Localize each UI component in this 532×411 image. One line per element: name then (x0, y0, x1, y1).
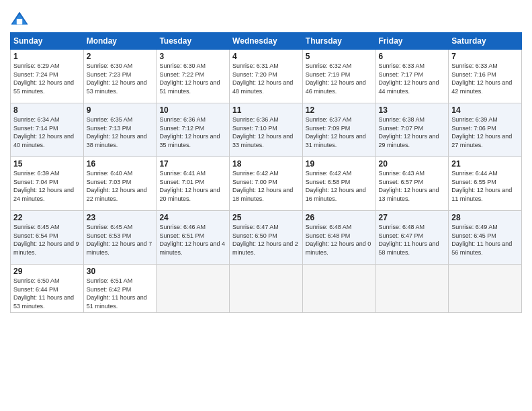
calendar-cell: 8 Sunrise: 6:34 AMSunset: 7:14 PMDayligh… (11, 103, 84, 157)
day-info: Sunrise: 6:32 AMSunset: 7:19 PMDaylight:… (306, 62, 366, 95)
day-info: Sunrise: 6:41 AMSunset: 7:01 PMDaylight:… (159, 170, 220, 202)
day-info: Sunrise: 6:33 AMSunset: 7:17 PMDaylight:… (379, 62, 439, 95)
calendar-cell: 16 Sunrise: 6:40 AMSunset: 7:03 PMDaylig… (83, 157, 157, 211)
day-number: 29 (13, 267, 81, 276)
calendar-cell: 12 Sunrise: 6:37 AMSunset: 7:09 PMDaylig… (302, 103, 375, 157)
day-number: 28 (451, 213, 519, 222)
day-number: 5 (306, 52, 373, 61)
day-number: 1 (13, 52, 81, 61)
calendar-header-wednesday: Wednesday (230, 33, 303, 50)
calendar-header-sunday: Sunday (11, 33, 84, 50)
day-number: 9 (87, 105, 154, 115)
day-number: 23 (87, 213, 154, 222)
day-number: 4 (232, 52, 300, 61)
calendar-cell: 29 Sunrise: 6:50 AMSunset: 6:44 PMDaylig… (11, 265, 84, 313)
calendar-week-row: 1 Sunrise: 6:29 AMSunset: 7:24 PMDayligh… (11, 50, 522, 103)
calendar-cell: 7 Sunrise: 6:33 AMSunset: 7:16 PMDayligh… (449, 50, 522, 103)
calendar-cell: 14 Sunrise: 6:39 AMSunset: 7:06 PMDaylig… (449, 103, 522, 157)
calendar-cell: 28 Sunrise: 6:49 AMSunset: 6:45 PMDaylig… (449, 211, 522, 265)
calendar-cell (302, 265, 375, 313)
calendar-header-saturday: Saturday (449, 33, 522, 50)
day-info: Sunrise: 6:42 AMSunset: 6:58 PMDaylight:… (306, 170, 366, 202)
calendar-cell: 11 Sunrise: 6:36 AMSunset: 7:10 PMDaylig… (230, 103, 303, 157)
day-info: Sunrise: 6:47 AMSunset: 6:50 PMDaylight:… (232, 224, 298, 256)
calendar-cell: 30 Sunrise: 6:51 AMSunset: 6:42 PMDaylig… (83, 265, 157, 313)
day-info: Sunrise: 6:36 AMSunset: 7:12 PMDaylight:… (159, 116, 220, 148)
day-info: Sunrise: 6:31 AMSunset: 7:20 PMDaylight:… (232, 62, 293, 95)
day-info: Sunrise: 6:30 AMSunset: 7:23 PMDaylight:… (87, 62, 147, 95)
day-info: Sunrise: 6:45 AMSunset: 6:54 PMDaylight:… (13, 224, 79, 256)
day-number: 21 (451, 159, 519, 169)
day-info: Sunrise: 6:39 AMSunset: 7:04 PMDaylight:… (13, 170, 74, 202)
day-number: 25 (232, 213, 300, 222)
calendar-cell (230, 265, 303, 313)
calendar-cell: 27 Sunrise: 6:48 AMSunset: 6:47 PMDaylig… (375, 211, 449, 265)
calendar-week-row: 22 Sunrise: 6:45 AMSunset: 6:54 PMDaylig… (11, 211, 522, 265)
day-number: 16 (87, 159, 154, 169)
calendar-header-tuesday: Tuesday (157, 33, 230, 50)
calendar-table: SundayMondayTuesdayWednesdayThursdayFrid… (10, 32, 522, 313)
day-number: 27 (379, 213, 446, 222)
day-info: Sunrise: 6:48 AMSunset: 6:47 PMDaylight:… (379, 224, 439, 256)
calendar-cell: 23 Sunrise: 6:45 AMSunset: 6:53 PMDaylig… (83, 211, 157, 265)
day-info: Sunrise: 6:50 AMSunset: 6:44 PMDaylight:… (13, 277, 74, 310)
calendar-cell: 17 Sunrise: 6:41 AMSunset: 7:01 PMDaylig… (157, 157, 230, 211)
day-number: 6 (379, 52, 446, 61)
calendar-cell: 22 Sunrise: 6:45 AMSunset: 6:54 PMDaylig… (11, 211, 84, 265)
calendar-header-monday: Monday (83, 33, 157, 50)
day-info: Sunrise: 6:30 AMSunset: 7:22 PMDaylight:… (159, 62, 220, 95)
day-info: Sunrise: 6:35 AMSunset: 7:13 PMDaylight:… (87, 116, 147, 148)
calendar-cell (375, 265, 449, 313)
calendar-cell: 9 Sunrise: 6:35 AMSunset: 7:13 PMDayligh… (83, 103, 157, 157)
calendar-week-row: 29 Sunrise: 6:50 AMSunset: 6:44 PMDaylig… (11, 265, 522, 313)
calendar-cell: 15 Sunrise: 6:39 AMSunset: 7:04 PMDaylig… (11, 157, 84, 211)
calendar-header-thursday: Thursday (302, 33, 375, 50)
calendar-header-friday: Friday (375, 33, 449, 50)
day-number: 8 (13, 105, 81, 115)
day-number: 11 (232, 105, 300, 115)
calendar-cell: 1 Sunrise: 6:29 AMSunset: 7:24 PMDayligh… (11, 50, 84, 103)
calendar-cell: 18 Sunrise: 6:42 AMSunset: 7:00 PMDaylig… (230, 157, 303, 211)
day-info: Sunrise: 6:49 AMSunset: 6:45 PMDaylight:… (451, 224, 512, 256)
day-number: 17 (159, 159, 226, 169)
calendar-cell: 25 Sunrise: 6:47 AMSunset: 6:50 PMDaylig… (230, 211, 303, 265)
calendar-week-row: 15 Sunrise: 6:39 AMSunset: 7:04 PMDaylig… (11, 157, 522, 211)
calendar-cell: 20 Sunrise: 6:43 AMSunset: 6:57 PMDaylig… (375, 157, 449, 211)
day-number: 10 (159, 105, 226, 115)
day-number: 22 (13, 213, 81, 222)
calendar-week-row: 8 Sunrise: 6:34 AMSunset: 7:14 PMDayligh… (11, 103, 522, 157)
calendar-cell: 5 Sunrise: 6:32 AMSunset: 7:19 PMDayligh… (302, 50, 375, 103)
calendar-cell: 19 Sunrise: 6:42 AMSunset: 6:58 PMDaylig… (302, 157, 375, 211)
calendar-cell: 24 Sunrise: 6:46 AMSunset: 6:51 PMDaylig… (157, 211, 230, 265)
day-info: Sunrise: 6:37 AMSunset: 7:09 PMDaylight:… (306, 116, 366, 148)
day-info: Sunrise: 6:45 AMSunset: 6:53 PMDaylight:… (87, 224, 152, 256)
day-number: 7 (451, 52, 519, 61)
calendar-cell: 10 Sunrise: 6:36 AMSunset: 7:12 PMDaylig… (157, 103, 230, 157)
day-number: 26 (306, 213, 373, 222)
calendar-cell (157, 265, 230, 313)
day-info: Sunrise: 6:34 AMSunset: 7:14 PMDaylight:… (13, 116, 74, 148)
calendar-cell: 6 Sunrise: 6:33 AMSunset: 7:17 PMDayligh… (375, 50, 449, 103)
day-number: 12 (306, 105, 373, 115)
day-number: 2 (87, 52, 154, 61)
calendar-cell: 13 Sunrise: 6:38 AMSunset: 7:07 PMDaylig… (375, 103, 449, 157)
day-info: Sunrise: 6:40 AMSunset: 7:03 PMDaylight:… (87, 170, 147, 202)
day-info: Sunrise: 6:39 AMSunset: 7:06 PMDaylight:… (451, 116, 512, 148)
day-number: 3 (159, 52, 226, 61)
day-info: Sunrise: 6:42 AMSunset: 7:00 PMDaylight:… (232, 170, 293, 202)
day-number: 15 (13, 159, 81, 169)
day-info: Sunrise: 6:51 AMSunset: 6:42 PMDaylight:… (87, 277, 147, 310)
day-info: Sunrise: 6:33 AMSunset: 7:16 PMDaylight:… (451, 62, 512, 95)
day-number: 20 (379, 159, 446, 169)
calendar-cell: 3 Sunrise: 6:30 AMSunset: 7:22 PMDayligh… (157, 50, 230, 103)
calendar-cell: 26 Sunrise: 6:48 AMSunset: 6:48 PMDaylig… (302, 211, 375, 265)
logo (10, 9, 32, 28)
day-info: Sunrise: 6:29 AMSunset: 7:24 PMDaylight:… (13, 62, 74, 95)
calendar-cell (449, 265, 522, 313)
day-number: 24 (159, 213, 226, 222)
day-info: Sunrise: 6:36 AMSunset: 7:10 PMDaylight:… (232, 116, 293, 148)
day-info: Sunrise: 6:46 AMSunset: 6:51 PMDaylight:… (159, 224, 225, 256)
calendar-cell: 2 Sunrise: 6:30 AMSunset: 7:23 PMDayligh… (83, 50, 157, 103)
day-number: 13 (379, 105, 446, 115)
calendar-cell: 4 Sunrise: 6:31 AMSunset: 7:20 PMDayligh… (230, 50, 303, 103)
